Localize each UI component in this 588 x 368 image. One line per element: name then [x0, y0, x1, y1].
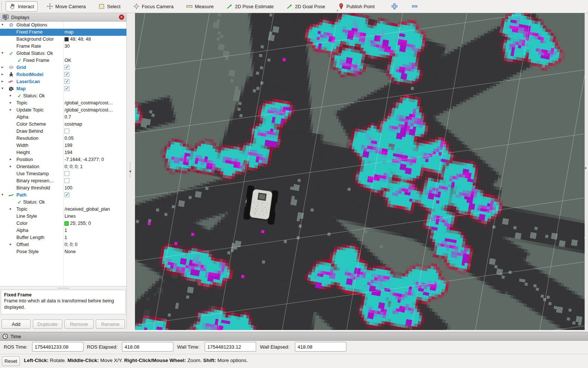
expander-closed-icon[interactable]: ▸ [1, 65, 3, 69]
tree-row-buffer-length[interactable]: Buffer Length1 [0, 234, 126, 241]
tree-row-pose-style[interactable]: Pose StyleNone [0, 248, 126, 255]
tool-select[interactable]: Select [95, 1, 124, 12]
property-value[interactable]: ✓ [65, 79, 69, 84]
tree-row-use-timestamp[interactable]: Use Timestamp [0, 170, 126, 177]
tool-interact[interactable]: Interact [6, 1, 38, 12]
property-value[interactable]: costmap [65, 122, 82, 127]
property-value[interactable]: ✓ [65, 192, 69, 197]
property-value[interactable]: /global_costmap/cost… [65, 107, 113, 113]
expander-closed-icon[interactable]: ▸ [10, 93, 12, 97]
tool-2d-goal-pose[interactable]: 2D Goal Pose [283, 1, 329, 12]
add-button[interactable]: Add [1, 320, 31, 329]
tree-row-offset[interactable]: ▸Offset0; 0; 0 [0, 241, 126, 248]
checkbox-checked[interactable]: ✓ [65, 86, 69, 91]
collapse-right-icon[interactable]: ▸ [585, 166, 587, 170]
checkbox-unchecked[interactable] [65, 129, 69, 133]
tool-move-camera[interactable]: Move Camera [43, 1, 89, 12]
tree-row-line-style[interactable]: Line StyleLines [0, 213, 126, 220]
property-value[interactable]: 25; 255; 0 [65, 221, 91, 226]
time-panel-header[interactable]: Time [0, 332, 588, 341]
checkbox-unchecked[interactable] [65, 178, 69, 183]
property-value[interactable]: Lines [65, 214, 76, 219]
time-field-input-ros-elapsed-[interactable] [122, 342, 173, 352]
checkbox-unchecked[interactable] [65, 171, 69, 176]
tree-row-width[interactable]: Width199 [0, 142, 126, 149]
expander-closed-icon[interactable]: ▸ [10, 100, 12, 104]
expander-closed-icon[interactable]: ▸ [10, 157, 12, 161]
checkbox-checked[interactable]: ✓ [65, 65, 69, 70]
property-value[interactable]: ✓ [65, 86, 69, 91]
toolbar-grip[interactable] [1, 1, 4, 11]
property-value[interactable]: 48; 48; 48 [65, 37, 91, 42]
3d-viewport[interactable] [135, 13, 585, 330]
property-value[interactable]: 30 [65, 44, 70, 49]
tree-row-fixed-frame[interactable]: Fixed Framemap [0, 29, 126, 36]
property-value[interactable]: /global_costmap/cost… [65, 100, 113, 106]
property-value[interactable]: 0; 0; 0 [65, 242, 78, 247]
property-value[interactable]: None [65, 249, 76, 254]
tree-row-laserscan[interactable]: ▸LaserScan✓ [0, 78, 126, 85]
panel-splitter-handle[interactable] [0, 286, 126, 290]
tree-row-frame-rate[interactable]: Frame Rate30 [0, 43, 126, 50]
property-value[interactable]: 0.7 [65, 114, 71, 120]
tree-row-status-ok[interactable]: ▸✓Status: Ok [0, 92, 126, 100]
add-tool-button[interactable] [389, 1, 400, 12]
tree-row-alpha[interactable]: Alpha0.7 [0, 114, 126, 121]
tree-row-topic[interactable]: ▸Topic/global_costmap/cost… [0, 100, 126, 107]
tree-row-map[interactable]: ▾Map✓ [0, 85, 126, 92]
property-value[interactable]: ✓ [65, 65, 69, 70]
property-value[interactable]: 1 [65, 235, 67, 240]
tree-row-draw-behind[interactable]: Draw Behind [0, 128, 126, 135]
tree-row-orientation[interactable]: ▸Orientation0; 0; 0; 1 [0, 163, 126, 170]
checkbox-checked[interactable]: ✓ [65, 192, 69, 197]
property-value[interactable]: OK [65, 58, 71, 63]
property-value[interactable]: 0.05 [65, 136, 73, 141]
tree-row-background-color[interactable]: Background Color48; 48; 48 [0, 36, 126, 43]
tree-row-update-topic[interactable]: ▸Update Topic/global_costmap/cost… [0, 107, 126, 114]
expander-closed-icon[interactable]: ▸ [1, 72, 3, 76]
property-value[interactable]: /received_global_plan [65, 207, 110, 212]
tree-row-grid[interactable]: ▸Grid✓ [0, 64, 126, 71]
tool-publish-point[interactable]: Publish Point [334, 1, 378, 12]
time-field-input-ros-time-[interactable] [32, 342, 84, 352]
time-field-input-wall-elapsed-[interactable] [295, 342, 346, 352]
viewport-left-splitter[interactable]: ◂ [127, 13, 135, 330]
tool-measure[interactable]: Measure [182, 1, 217, 12]
property-value[interactable]: 0; 0; 0; 1 [65, 164, 83, 169]
toolbar-overflow-chevron-icon[interactable]: ▾ [337, 9, 338, 12]
property-value[interactable] [65, 178, 69, 183]
tree-row-height[interactable]: Height194 [0, 149, 126, 156]
displays-panel-header[interactable]: Displays ✕ [0, 13, 126, 22]
tree-row-color-scheme[interactable]: Color Schemecostmap [0, 121, 126, 128]
expander-closed-icon[interactable]: ▸ [10, 242, 12, 246]
tree-row-binary-represen-[interactable]: Binary represen… [0, 177, 126, 185]
tree-row-robotmodel[interactable]: ▸RobotModel✓ [0, 71, 126, 78]
collapse-left-icon[interactable]: ◂ [129, 169, 131, 173]
property-value[interactable]: 199 [65, 143, 72, 148]
tree-row-alpha[interactable]: Alpha1 [0, 227, 126, 234]
tree-row-position[interactable]: ▸Position-7.1644; -4.2377; 0 [0, 156, 126, 163]
expander-closed-icon[interactable]: ▸ [10, 207, 12, 211]
time-field-input-wall-time-[interactable] [205, 342, 256, 352]
expander-closed-icon[interactable]: ▸ [10, 164, 12, 168]
property-value[interactable]: 194 [65, 150, 72, 155]
tree-row-global-status-ok[interactable]: ▾✓Global Status: Ok [0, 50, 126, 57]
tree-row-fixed-frame[interactable]: ✓Fixed FrameOK [0, 57, 126, 64]
tree-row-binary-threshold[interactable]: Binary threshold100 [0, 185, 126, 192]
tree-row-path[interactable]: ▾Path✓ [0, 192, 126, 199]
expander-open-icon[interactable]: ▾ [1, 192, 3, 196]
checkbox-checked[interactable]: ✓ [65, 79, 69, 84]
tree-row-resolution[interactable]: Resolution0.05 [0, 135, 126, 142]
viewport-right-splitter[interactable]: ▸ [585, 13, 588, 330]
reset-button[interactable]: Reset [2, 356, 20, 366]
property-value[interactable] [65, 129, 69, 133]
tree-row-status-ok[interactable]: ✓Status: Ok [0, 199, 126, 206]
property-value[interactable]: ✓ [65, 72, 69, 77]
property-value[interactable]: 100 [65, 185, 72, 191]
remove-tool-button[interactable] [409, 1, 420, 12]
tree-row-color[interactable]: Color25; 255; 0 [0, 220, 126, 227]
tree-row-topic[interactable]: ▸Topic/received_global_plan [0, 206, 126, 213]
tool-focus-camera[interactable]: Focus Camera [129, 1, 177, 12]
expander-closed-icon[interactable]: ▸ [10, 107, 12, 111]
expander-open-icon[interactable]: ▾ [1, 51, 3, 55]
